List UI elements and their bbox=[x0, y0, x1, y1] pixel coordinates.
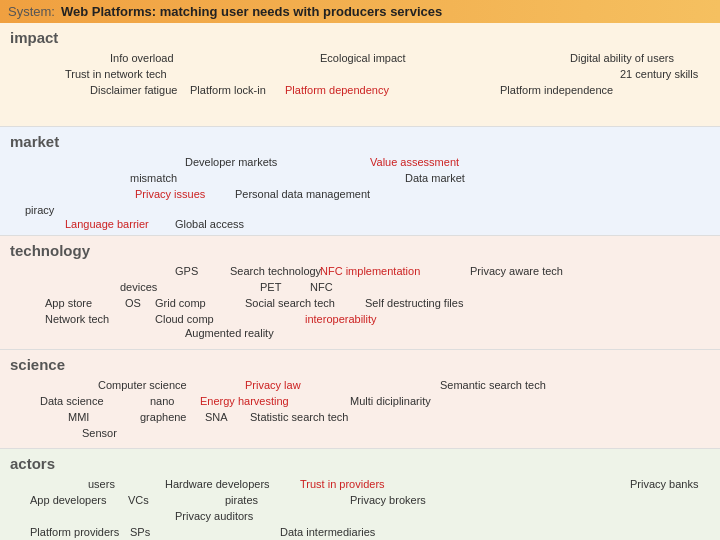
word-item: pirates bbox=[225, 494, 258, 506]
word-item: Energy harvesting bbox=[200, 395, 289, 407]
word-item: NFC implementation bbox=[320, 265, 420, 277]
word-item: Privacy aware tech bbox=[470, 265, 563, 277]
word-item: devices bbox=[120, 281, 157, 293]
technology-words: GPSSearch technologyNFC implementationPr… bbox=[10, 263, 710, 343]
word-item: Trust in providers bbox=[300, 478, 385, 490]
word-item: App developers bbox=[30, 494, 106, 506]
word-item: Disclaimer fatigue bbox=[90, 84, 177, 96]
system-label: System: bbox=[8, 4, 55, 19]
word-item: Value assessment bbox=[370, 156, 459, 168]
word-item: Data science bbox=[40, 395, 104, 407]
word-item: Trust in network tech bbox=[65, 68, 167, 80]
word-item: App store bbox=[45, 297, 92, 309]
word-item: Semantic search tech bbox=[440, 379, 546, 391]
actors-words: usersHardware developersTrust in provide… bbox=[10, 476, 710, 540]
word-item: PET bbox=[260, 281, 281, 293]
word-item: VCs bbox=[128, 494, 149, 506]
word-item: Augmented reality bbox=[185, 327, 274, 339]
word-item: Info overload bbox=[110, 52, 174, 64]
word-item: Statistic search tech bbox=[250, 411, 348, 423]
section-label-science: science bbox=[10, 356, 65, 373]
section-label-market: market bbox=[10, 133, 59, 150]
word-item: Privacy brokers bbox=[350, 494, 426, 506]
word-item: Privacy law bbox=[245, 379, 301, 391]
word-item: Grid comp bbox=[155, 297, 206, 309]
word-item: Data intermediaries bbox=[280, 526, 375, 538]
section-label-impact: impact bbox=[10, 29, 58, 46]
word-item: interoperability bbox=[305, 313, 377, 325]
word-item: Sensor bbox=[82, 427, 117, 439]
header: System: Web Platforms: matching user nee… bbox=[0, 0, 720, 23]
word-item: OS bbox=[125, 297, 141, 309]
word-item: Data market bbox=[405, 172, 465, 184]
word-item: Global access bbox=[175, 218, 244, 230]
section-actors: actors usersHardware developersTrust in … bbox=[0, 449, 720, 540]
word-item: Computer science bbox=[98, 379, 187, 391]
word-item: NFC bbox=[310, 281, 333, 293]
word-item: SPs bbox=[130, 526, 150, 538]
science-words: Computer sciencePrivacy lawSemantic sear… bbox=[10, 377, 710, 442]
word-item: SNA bbox=[205, 411, 228, 423]
word-item: Privacy issues bbox=[135, 188, 205, 200]
section-impact: impact Info overloadEcological impactDig… bbox=[0, 23, 720, 127]
word-item: piracy bbox=[25, 204, 54, 216]
word-item: nano bbox=[150, 395, 174, 407]
word-item: Platform independence bbox=[500, 84, 613, 96]
word-item: graphene bbox=[140, 411, 187, 423]
section-technology: technology GPSSearch technologyNFC imple… bbox=[0, 236, 720, 350]
section-market: market Developer marketsValue assessment… bbox=[0, 127, 720, 236]
word-item: Personal data management bbox=[235, 188, 370, 200]
word-item: MMI bbox=[68, 411, 89, 423]
word-item: Multi diciplinarity bbox=[350, 395, 431, 407]
word-item: Platform lock-in bbox=[190, 84, 266, 96]
market-words: Developer marketsValue assessmentData ma… bbox=[10, 154, 710, 229]
impact-words: Info overloadEcological impactDigital ab… bbox=[10, 50, 710, 120]
word-item: Social search tech bbox=[245, 297, 335, 309]
word-item: Search technology bbox=[230, 265, 321, 277]
word-item: Language barrier bbox=[65, 218, 149, 230]
word-item: Digital ability of users bbox=[570, 52, 674, 64]
word-item: Cloud comp bbox=[155, 313, 214, 325]
word-item: Network tech bbox=[45, 313, 109, 325]
word-item: Ecological impact bbox=[320, 52, 406, 64]
sections-wrapper: impact Info overloadEcological impactDig… bbox=[0, 23, 720, 510]
word-item: Hardware developers bbox=[165, 478, 270, 490]
section-label-actors: actors bbox=[10, 455, 55, 472]
word-item: Platform dependency bbox=[285, 84, 389, 96]
word-item: Platform providers bbox=[30, 526, 119, 538]
word-item: Self destructing files bbox=[365, 297, 463, 309]
word-item: GPS bbox=[175, 265, 198, 277]
section-label-technology: technology bbox=[10, 242, 90, 259]
word-item: Privacy banks bbox=[630, 478, 698, 490]
word-item: 21 century skills bbox=[620, 68, 698, 80]
word-item: Privacy auditors bbox=[175, 510, 253, 522]
header-title: Web Platforms: matching user needs with … bbox=[61, 4, 442, 19]
word-item: Developer markets bbox=[185, 156, 277, 168]
word-item: users bbox=[88, 478, 115, 490]
section-science: science Computer sciencePrivacy lawSeman… bbox=[0, 350, 720, 449]
word-item: mismatch bbox=[130, 172, 177, 184]
